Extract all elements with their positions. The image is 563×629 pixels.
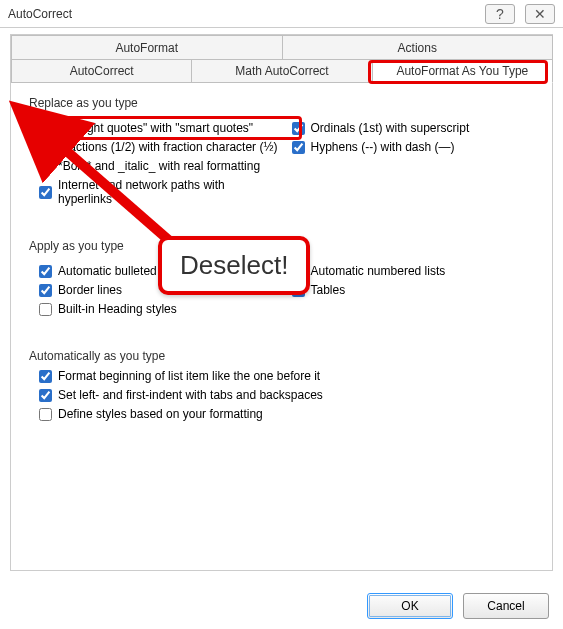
title-bar: AutoCorrect <box>0 0 563 28</box>
tab-autocorrect[interactable]: AutoCorrect <box>11 59 192 83</box>
ok-button[interactable]: OK <box>367 593 453 619</box>
checkbox[interactable] <box>292 122 305 135</box>
checkbox[interactable] <box>39 186 52 199</box>
close-button[interactable]: ✕ <box>525 4 555 24</box>
checkbox[interactable] <box>292 265 305 278</box>
help-icon: ? <box>496 6 504 22</box>
window-controls: ? ✕ <box>485 4 555 24</box>
button-bar: OK Cancel <box>367 593 549 619</box>
tab-row-lower: AutoCorrect Math AutoCorrect AutoFormat … <box>11 59 552 83</box>
group-apply-left: Automatic bulleted lists Border lines Bu… <box>29 259 282 321</box>
group-apply-row: Automatic bulleted lists Border lines Bu… <box>29 259 534 321</box>
tab-autoformat-as-you-type[interactable]: AutoFormat As You Type <box>372 59 553 83</box>
group-auto-label: Automatically as you type <box>29 349 534 363</box>
close-icon: ✕ <box>534 6 546 22</box>
tab-math-autocorrect[interactable]: Math AutoCorrect <box>191 59 372 83</box>
chk-label: Internet and network paths with hyperlin… <box>58 178 282 206</box>
group-auto-items: Format beginning of list item like the o… <box>29 369 534 421</box>
chk-set-indent[interactable]: Set left- and first-indent with tabs and… <box>39 388 534 402</box>
checkbox[interactable] <box>39 265 52 278</box>
chk-label: Built-in Heading styles <box>58 302 177 316</box>
chk-label: Tables <box>311 283 346 297</box>
group-replace-label: Replace as you type <box>29 96 534 110</box>
chk-auto-numbers[interactable]: Automatic numbered lists <box>292 264 535 278</box>
chk-label: Automatic bulleted lists <box>58 264 181 278</box>
chk-border-lines[interactable]: Border lines <box>39 283 282 297</box>
checkbox[interactable] <box>292 141 305 154</box>
chk-label: Ordinals (1st) with superscript <box>311 121 470 135</box>
chk-define-styles[interactable]: Define styles based on your formatting <box>39 407 534 421</box>
tab-content: Replace as you type "Straight quotes" wi… <box>11 84 552 570</box>
tab-autoformat[interactable]: AutoFormat <box>11 35 283 59</box>
tab-row-upper: AutoFormat Actions <box>11 35 552 59</box>
chk-bold-italic[interactable]: *Bold* and _italic_ with real formatting <box>39 159 282 173</box>
chk-label: Set left- and first-indent with tabs and… <box>58 388 323 402</box>
checkbox[interactable] <box>39 303 52 316</box>
checkbox[interactable] <box>292 284 305 297</box>
chk-label: *Bold* and _italic_ with real formatting <box>58 159 260 173</box>
chk-label: Automatic numbered lists <box>311 264 446 278</box>
checkbox[interactable] <box>39 408 52 421</box>
checkbox[interactable] <box>39 389 52 402</box>
group-apply-right: Automatic numbered lists Tables <box>282 259 535 321</box>
chk-label: Format beginning of list item like the o… <box>58 369 320 383</box>
chk-auto-bullets[interactable]: Automatic bulleted lists <box>39 264 282 278</box>
group-replace-left: "Straight quotes" with "smart quotes" Fr… <box>29 116 282 211</box>
checkbox[interactable] <box>39 284 52 297</box>
chk-heading-styles[interactable]: Built-in Heading styles <box>39 302 282 316</box>
chk-label: Fractions (1/2) with fraction character … <box>58 140 277 154</box>
chk-fractions[interactable]: Fractions (1/2) with fraction character … <box>39 140 282 154</box>
cancel-button[interactable]: Cancel <box>463 593 549 619</box>
chk-label: Define styles based on your formatting <box>58 407 263 421</box>
window-title: AutoCorrect <box>8 7 72 21</box>
chk-label: Border lines <box>58 283 122 297</box>
group-replace-right: Ordinals (1st) with superscript Hyphens … <box>282 116 535 211</box>
group-apply-label: Apply as you type <box>29 239 534 253</box>
dialog-panel: AutoFormat Actions AutoCorrect Math Auto… <box>10 34 553 571</box>
chk-format-beginning[interactable]: Format beginning of list item like the o… <box>39 369 534 383</box>
group-replace-row: "Straight quotes" with "smart quotes" Fr… <box>29 116 534 211</box>
chk-internet-paths[interactable]: Internet and network paths with hyperlin… <box>39 178 282 206</box>
checkbox[interactable] <box>39 370 52 383</box>
chk-straight-quotes[interactable]: "Straight quotes" with "smart quotes" <box>39 121 282 135</box>
chk-tables[interactable]: Tables <box>292 283 535 297</box>
chk-ordinals[interactable]: Ordinals (1st) with superscript <box>292 121 535 135</box>
chk-label: "Straight quotes" with "smart quotes" <box>58 121 253 135</box>
chk-label: Hyphens (--) with dash (—) <box>311 140 455 154</box>
checkbox[interactable] <box>39 141 52 154</box>
help-button[interactable]: ? <box>485 4 515 24</box>
checkbox[interactable] <box>39 122 52 135</box>
chk-hyphens[interactable]: Hyphens (--) with dash (—) <box>292 140 535 154</box>
tab-actions[interactable]: Actions <box>282 35 554 59</box>
checkbox[interactable] <box>39 160 52 173</box>
